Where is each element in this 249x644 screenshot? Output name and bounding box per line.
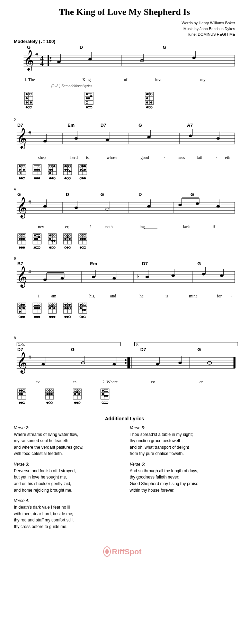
credits: Words by Henry Williams Baker Music by J… (14, 20, 235, 37)
svg-point-224 (49, 238, 51, 240)
words-credit: Words by Henry Williams Baker (182, 21, 235, 25)
svg-point-141 (66, 169, 69, 171)
staff-section-2: 2 D7 Em D7 G A7 𝄞 # (14, 118, 235, 181)
chord-em-diag (32, 164, 42, 181)
svg-text:D: D (80, 45, 83, 50)
svg-point-58 (146, 97, 148, 99)
svg-point-62 (150, 93, 152, 95)
svg-text:#: # (28, 130, 31, 136)
svg-point-283 (220, 274, 223, 277)
svg-point-103 (19, 172, 21, 174)
svg-point-200 (19, 247, 21, 249)
svg-point-247 (80, 234, 82, 236)
bar-num-4: 6 (14, 257, 235, 260)
svg-text:𝄞: 𝄞 (17, 266, 27, 288)
svg-point-421 (76, 402, 78, 404)
svg-point-228 (51, 247, 53, 249)
svg-point-234 (64, 234, 66, 236)
svg-point-150 (80, 165, 82, 167)
svg-point-104 (19, 177, 21, 179)
svg-point-102 (23, 169, 25, 171)
svg-point-59 (146, 101, 148, 104)
lyric-row-3: nev - er; I noth - ing______ lack if (17, 224, 235, 231)
lyric-1-1: 1. The (24, 77, 35, 82)
svg-point-127 (49, 169, 51, 171)
svg-point-299 (19, 311, 21, 313)
svg-point-16 (57, 61, 61, 63)
svg-point-211 (36, 238, 38, 240)
staff-section-4: 6 B7 Em D7 G 𝄞 # (14, 257, 235, 320)
svg-point-100 (23, 165, 25, 167)
svg-text:G: G (139, 123, 142, 128)
svg-point-239 (69, 238, 71, 240)
svg-point-353 (82, 316, 84, 318)
svg-point-45 (88, 97, 90, 99)
svg-point-433 (102, 402, 104, 404)
svg-point-44 (86, 97, 88, 99)
svg-point-145 (69, 177, 71, 179)
staff-section-1: G D G 𝄞 # 4 4 (14, 45, 235, 112)
svg-point-116 (38, 169, 40, 171)
svg-point-226 (53, 240, 55, 242)
svg-point-151 (82, 165, 84, 167)
svg-point-98 (19, 165, 21, 167)
svg-point-311 (36, 307, 38, 309)
riffspot-brand-svg: RiffSpot (102, 545, 147, 558)
svg-text:G: G (27, 45, 30, 50)
svg-point-128 (51, 169, 53, 171)
svg-point-36 (26, 106, 28, 108)
svg-text:𝄞: 𝄞 (24, 50, 34, 72)
svg-point-417 (74, 393, 76, 395)
svg-text:D: D (139, 192, 142, 197)
svg-point-294 (21, 304, 23, 306)
svg-point-302 (23, 316, 25, 318)
svg-point-207 (34, 234, 36, 236)
svg-point-310 (34, 307, 36, 309)
chord-d7-s5-2 (72, 388, 82, 405)
svg-point-328 (53, 316, 55, 318)
svg-point-393 (21, 393, 23, 395)
svg-point-84 (147, 136, 151, 138)
svg-point-389 (19, 390, 21, 392)
svg-point-52 (90, 106, 92, 108)
verse-4-title: Verse 4: (14, 498, 119, 503)
svg-point-30 (26, 93, 28, 95)
svg-point-395 (21, 402, 23, 404)
svg-text:B7: B7 (17, 261, 23, 266)
svg-point-350 (82, 309, 84, 311)
chord-d-1 (84, 91, 94, 112)
svg-point-114 (34, 169, 36, 171)
svg-point-212 (38, 236, 40, 238)
svg-point-315 (38, 316, 40, 318)
svg-point-197 (19, 238, 21, 240)
svg-point-241 (66, 247, 69, 249)
svg-text:#: # (28, 269, 31, 275)
svg-point-227 (49, 247, 51, 249)
svg-point-194 (19, 234, 21, 236)
svg-point-354 (84, 316, 86, 318)
svg-point-201 (21, 247, 23, 249)
svg-point-35 (30, 93, 32, 95)
tempo-bpm: = 100 (43, 39, 54, 44)
svg-point-50 (86, 106, 88, 108)
chord-d7-diag (17, 164, 27, 181)
svg-text:G: G (17, 192, 21, 197)
svg-point-352 (80, 316, 82, 318)
bar-num-5: 8 (14, 336, 235, 340)
svg-text:♭: ♭ (137, 274, 140, 279)
staff-svg-4: B7 Em D7 G 𝄞 # ♭ (14, 261, 235, 292)
svg-point-124 (49, 165, 51, 167)
svg-point-142 (69, 170, 71, 172)
svg-point-179 (178, 204, 182, 206)
svg-point-173 (74, 206, 78, 209)
svg-point-375 (125, 362, 127, 364)
verse-6-block: Verse 6: And so through all the length o… (130, 462, 235, 493)
svg-text:G: G (100, 192, 104, 197)
chord-d7-s4 (62, 302, 73, 320)
svg-point-31 (26, 97, 28, 99)
lyric-1-3: of (124, 77, 127, 82)
svg-point-238 (66, 236, 69, 238)
additional-lyrics-title: Additional Lyrics (14, 416, 235, 421)
svg-point-341 (69, 316, 71, 318)
svg-point-378 (178, 361, 182, 364)
